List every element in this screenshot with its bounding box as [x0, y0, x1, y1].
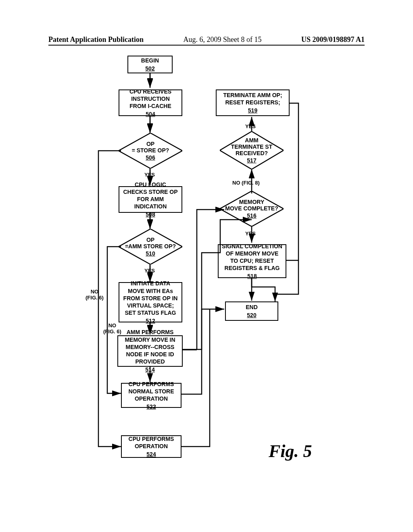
label-510-no: NO (FIG. 6) — [103, 322, 121, 335]
node-518-ref: 518 — [247, 272, 257, 280]
node-518-text: SIGNAL COMPLETION OF MEMORY MOVE TO CPU;… — [222, 243, 282, 272]
page-header: Patent Application Publication Aug. 6, 2… — [0, 35, 413, 44]
node-begin-text: BEGIN — [141, 57, 159, 64]
figure-label: Fig. 5 — [269, 441, 312, 461]
node-514-text: AMM PERFORMS MEMORY MOVE IN MEMORY--CROS… — [121, 328, 179, 365]
node-504: CPU RECEIVES INSTRUCTION FROM I-CACHE 50… — [119, 89, 182, 116]
header-center: Aug. 6, 2009 Sheet 8 of 15 — [184, 35, 262, 44]
node-506-ref: 506 — [132, 154, 169, 161]
label-516-no: NO (FIG. 8) — [232, 180, 260, 186]
node-524-ref: 524 — [146, 451, 156, 458]
node-512-text: INITIATE DATA MOVE WITH EAs FROM STORE O… — [123, 280, 178, 316]
label-506-no: NO (FIG. 6) — [86, 289, 104, 301]
node-514-ref: 514 — [145, 366, 154, 373]
node-512-ref: 512 — [146, 317, 155, 324]
label-510-yes: YES — [144, 268, 155, 274]
flowchart-diagram: BEGIN 502 CPU RECEIVES INSTRUCTION FROM … — [0, 52, 413, 476]
label-516-yes: YES — [245, 231, 256, 237]
node-519: TERMINATE AMM OP; RESET REGISTERS; 519 — [216, 89, 290, 116]
node-518: SIGNAL COMPLETION OF MEMORY MOVE TO CPU;… — [218, 244, 286, 278]
header-left: Patent Application Publication — [48, 35, 144, 44]
node-516-text: MEMORY MOVE COMPLETE? — [225, 199, 278, 212]
node-504-text: CPU RECEIVES INSTRUCTION FROM I-CACHE — [123, 88, 178, 110]
node-519-ref: 519 — [248, 107, 257, 114]
node-524-text: CPU PERFORMS OPERATION — [125, 435, 177, 450]
node-508: CPU LOGIC CHECKS STORE OP FOR AMM INDICA… — [119, 186, 182, 213]
node-520-ref: 520 — [247, 312, 256, 319]
node-517-ref: 517 — [231, 157, 272, 164]
node-508-ref: 508 — [146, 211, 155, 218]
node-begin: BEGIN 502 — [127, 56, 173, 73]
label-506-yes: YES — [144, 172, 155, 178]
node-522-text: CPU PERFORMS NORMAL STORE OPERATION — [125, 380, 177, 403]
node-520-text: END — [246, 303, 258, 311]
node-517: AMM TERMINATE ST RECEIVED? 517 — [220, 131, 284, 169]
node-517-text: AMM TERMINATE ST RECEIVED? — [231, 137, 272, 156]
node-522: CPU PERFORMS NORMAL STORE OPERATION 522 — [121, 383, 181, 408]
header-right: US 2009/0198897 A1 — [301, 35, 365, 44]
node-506: OP = STORE OP? 506 — [119, 133, 182, 168]
node-506-text: OP = STORE OP? — [132, 141, 169, 154]
node-512: INITIATE DATA MOVE WITH EAs FROM STORE O… — [119, 282, 182, 322]
label-517-yes: YES — [245, 123, 256, 129]
node-510-text: OP =AMM STORE OP? — [125, 237, 176, 249]
node-516: MEMORY MOVE COMPLETE? 516 — [220, 191, 284, 227]
node-510-ref: 510 — [125, 250, 176, 257]
node-519-text: TERMINATE AMM OP; RESET REGISTERS; — [220, 91, 286, 106]
flow-arrows-main — [0, 52, 413, 476]
node-510: OP =AMM STORE OP? 510 — [119, 229, 182, 264]
node-516-ref: 516 — [225, 212, 278, 219]
node-504-ref: 504 — [146, 110, 155, 118]
node-508-text: CPU LOGIC CHECKS STORE OP FOR AMM INDICA… — [123, 181, 178, 210]
node-522-ref: 522 — [146, 403, 156, 410]
header-rule — [48, 45, 365, 46]
node-520: END 520 — [225, 301, 278, 321]
node-begin-ref: 502 — [145, 65, 154, 72]
node-514: AMM PERFORMS MEMORY MOVE IN MEMORY--CROS… — [117, 335, 183, 367]
node-524: CPU PERFORMS OPERATION 524 — [121, 435, 181, 458]
